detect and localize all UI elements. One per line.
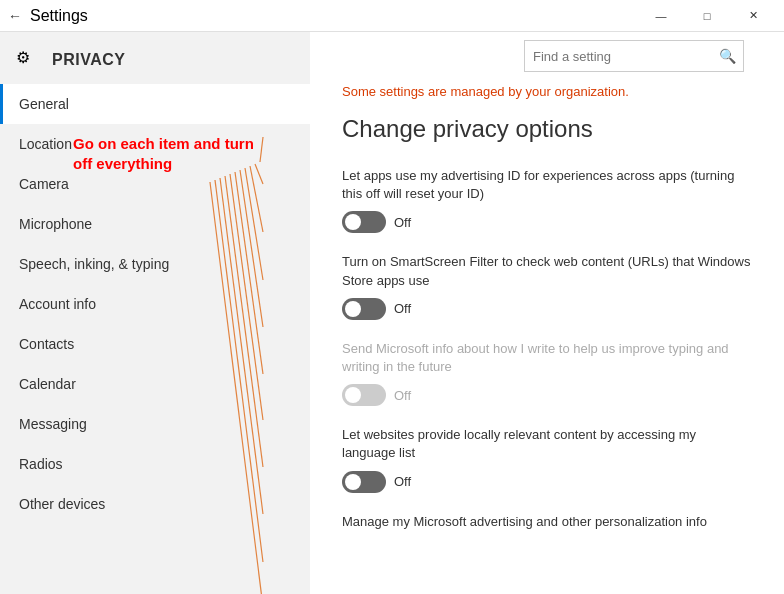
section-title: Change privacy options [342, 115, 752, 143]
toggle-state-3: Off [394, 474, 411, 489]
privacy-icon: ⚙ [16, 48, 40, 72]
setting-item-1: Turn on SmartScreen Filter to check web … [342, 253, 752, 319]
main-layout: ⚙ PRIVACY GeneralLocationCameraMicrophon… [0, 32, 784, 594]
sidebar-item-other-devices[interactable]: Other devices [0, 484, 310, 524]
sidebar-item-calendar[interactable]: Calendar [0, 364, 310, 404]
sidebar-header: ⚙ PRIVACY [0, 32, 310, 84]
sidebar-title: PRIVACY [52, 51, 125, 69]
settings-list: Let apps use my advertising ID for exper… [342, 167, 752, 531]
org-notice: Some settings are managed by your organi… [342, 84, 752, 99]
maximize-button[interactable]: □ [684, 0, 730, 32]
toggle-3[interactable] [342, 471, 386, 493]
sidebar-item-account-info[interactable]: Account info [0, 284, 310, 324]
sidebar-items-container: GeneralLocationCameraMicrophoneSpeech, i… [0, 84, 310, 524]
setting-item-0: Let apps use my advertising ID for exper… [342, 167, 752, 233]
toggle-state-1: Off [394, 301, 411, 316]
titlebar: ← Settings — □ ✕ [0, 0, 784, 32]
titlebar-title: Settings [30, 7, 88, 25]
titlebar-controls: — □ ✕ [638, 0, 776, 32]
search-button[interactable]: 🔍 [711, 40, 743, 72]
content-area: 🔍 Some settings are managed by your orga… [310, 32, 784, 594]
sidebar-item-messaging[interactable]: Messaging [0, 404, 310, 444]
setting-item-2: Send Microsoft info about how I write to… [342, 340, 752, 406]
toggle-1[interactable] [342, 298, 386, 320]
back-button[interactable]: ← [8, 8, 22, 24]
sidebar-item-general[interactable]: General [0, 84, 310, 124]
sidebar-item-microphone[interactable]: Microphone [0, 204, 310, 244]
sidebar-item-contacts[interactable]: Contacts [0, 324, 310, 364]
sidebar-item-location[interactable]: Location [0, 124, 310, 164]
setting-label-4: Manage my Microsoft advertising and othe… [342, 513, 752, 531]
sidebar-item-camera[interactable]: Camera [0, 164, 310, 204]
setting-item-3: Let websites provide locally relevant co… [342, 426, 752, 492]
search-container: 🔍 [524, 40, 744, 72]
setting-label-1: Turn on SmartScreen Filter to check web … [342, 253, 752, 289]
search-input[interactable] [525, 41, 711, 71]
toggle-2[interactable] [342, 384, 386, 406]
sidebar-item-radios[interactable]: Radios [0, 444, 310, 484]
titlebar-left: ← Settings [8, 7, 88, 25]
setting-label-3: Let websites provide locally relevant co… [342, 426, 752, 462]
setting-label-0: Let apps use my advertising ID for exper… [342, 167, 752, 203]
toggle-row-2: Off [342, 384, 752, 406]
setting-label-2: Send Microsoft info about how I write to… [342, 340, 752, 376]
sidebar-item-speech--inking----typing[interactable]: Speech, inking, & typing [0, 244, 310, 284]
toggle-row-3: Off [342, 471, 752, 493]
setting-item-4: Manage my Microsoft advertising and othe… [342, 513, 752, 531]
close-button[interactable]: ✕ [730, 0, 776, 32]
toggle-row-0: Off [342, 211, 752, 233]
search-area: 🔍 [342, 32, 752, 72]
minimize-button[interactable]: — [638, 0, 684, 32]
toggle-state-2: Off [394, 388, 411, 403]
content-header: Some settings are managed by your organi… [342, 72, 752, 167]
toggle-state-0: Off [394, 215, 411, 230]
toggle-row-1: Off [342, 298, 752, 320]
sidebar: ⚙ PRIVACY GeneralLocationCameraMicrophon… [0, 32, 310, 594]
toggle-0[interactable] [342, 211, 386, 233]
